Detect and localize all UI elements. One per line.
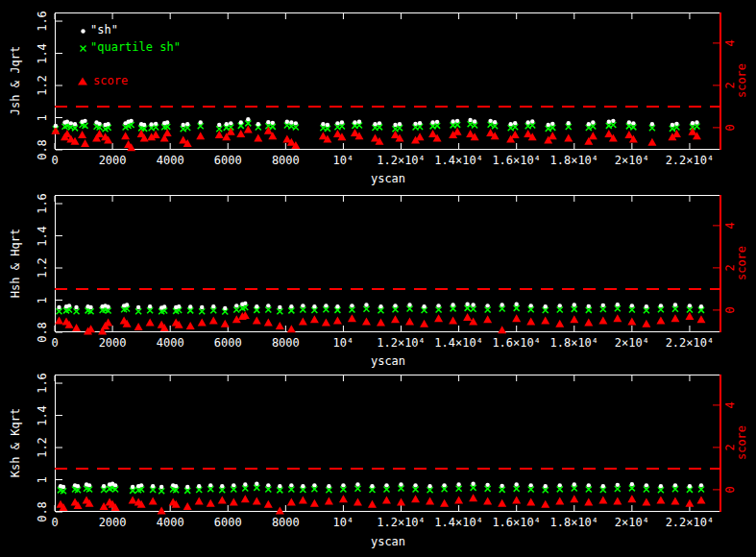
x-tick-label: 2.2×10⁴	[666, 336, 715, 350]
y-tick-label: 1.4	[36, 226, 49, 247]
x-tick-label: 2000	[99, 516, 127, 529]
plot-area-panel3	[55, 375, 721, 512]
y-tick-label: 1.4	[36, 405, 49, 426]
x-tick-label: 10⁴	[333, 336, 354, 350]
y-tick-label: 0.8	[36, 501, 49, 522]
y-tick-label: 1.6	[36, 373, 49, 394]
x-tick-label: 8000	[272, 336, 300, 350]
x-tick-label: 8000	[272, 516, 300, 529]
score-triangle-icon	[77, 76, 88, 86]
y-tick-label: 1.6	[36, 11, 49, 32]
sh-dot-icon	[79, 26, 87, 35]
y-tick-label: 1	[36, 297, 49, 303]
x-axis-title-panel1: yscan	[371, 172, 405, 185]
legend-label-sh: "sh"	[90, 24, 118, 36]
x-tick-label: 1.6×10⁴	[492, 336, 541, 350]
x-tick-label: 1.8×10⁴	[549, 154, 598, 167]
plot-area-panel1	[55, 12, 721, 150]
y-tick-label: 1	[36, 476, 49, 483]
x-tick-label: 8000	[272, 154, 300, 167]
y-tick-label: 1.4	[36, 43, 49, 64]
score-tick-label: 4	[723, 39, 737, 46]
score-tick-label: 2	[723, 444, 737, 450]
x-tick-label: 2×10⁴	[615, 516, 649, 529]
x-tick-label: 1.4×10⁴	[434, 516, 483, 529]
score-tick-label: 4	[723, 222, 737, 229]
figure-canvas: Jsh & Jqrt score yscan "sh" "quartile sh…	[0, 0, 756, 557]
y-tick-label: 1.2	[36, 257, 49, 278]
x-tick-label: 2×10⁴	[615, 154, 649, 167]
x-tick-label: 1.6×10⁴	[492, 154, 541, 167]
y-axis-title-panel1: Jsh & Jqrt	[9, 46, 22, 115]
right-axis-title-panel3: score	[735, 425, 748, 460]
right-axis-title-panel1: score	[735, 63, 748, 98]
y-axis-title-panel3: Ksh & Kqrt	[9, 408, 22, 477]
x-tick-label: 1.2×10⁴	[377, 516, 426, 529]
x-axis-title-panel3: yscan	[371, 535, 405, 548]
y-tick-label: 0.8	[36, 139, 49, 160]
right-axis-title-panel2: score	[735, 246, 748, 280]
x-tick-label: 2000	[99, 336, 127, 350]
x-tick-label: 2000	[99, 154, 127, 167]
score-tick-label: 4	[723, 401, 737, 408]
legend-item-quartile: "quartile sh"	[79, 41, 181, 54]
score-tick-label: 0	[723, 306, 737, 313]
x-tick-label: 4000	[157, 154, 184, 167]
x-tick-label: 1.2×10⁴	[377, 336, 426, 350]
x-tick-label: 0	[51, 336, 58, 350]
frame	[55, 195, 721, 332]
legend-label-score: score	[93, 75, 128, 87]
score-tick-label: 0	[723, 124, 737, 131]
x-tick-label: 6000	[214, 516, 242, 529]
x-tick-label: 1.8×10⁴	[549, 336, 598, 350]
x-tick-label: 1.4×10⁴	[434, 154, 483, 167]
score-points	[55, 311, 705, 335]
y-tick-label: 0.8	[36, 322, 49, 343]
x-tick-label: 2.2×10⁴	[666, 154, 715, 167]
y-tick-label: 1.2	[36, 437, 49, 458]
x-tick-label: 4000	[157, 516, 184, 529]
legend-label-quartile: "quartile sh"	[90, 41, 181, 54]
y-tick-label: 1.6	[36, 193, 49, 214]
x-tick-label: 0	[51, 154, 58, 167]
x-tick-label: 6000	[214, 154, 242, 167]
x-tick-label: 6000	[214, 336, 242, 350]
legend-item-score: score	[77, 75, 128, 87]
score-tick-label: 2	[723, 264, 737, 271]
x-tick-label: 1.8×10⁴	[549, 516, 598, 529]
axis-ticks	[55, 196, 719, 332]
x-tick-label: 1.4×10⁴	[434, 336, 483, 350]
legend-item-sh: "sh"	[79, 24, 118, 36]
y-axis-title-panel2: Hsh & Hqrt	[9, 229, 22, 298]
x-tick-label: 10⁴	[333, 154, 354, 167]
x-tick-label: 0	[51, 516, 58, 529]
y-tick-label: 1	[36, 114, 49, 121]
x-tick-label: 4000	[157, 336, 184, 350]
score-tick-label: 0	[723, 486, 737, 493]
quartile-x-icon	[79, 43, 87, 52]
x-axis-title-panel2: yscan	[371, 354, 405, 368]
quartile-points	[53, 120, 700, 132]
score-tick-label: 2	[723, 82, 737, 88]
y-tick-label: 1.2	[36, 75, 49, 96]
x-tick-label: 10⁴	[333, 516, 354, 529]
x-tick-label: 2×10⁴	[615, 336, 649, 350]
plot-area-panel2	[55, 195, 721, 332]
x-tick-label: 1.6×10⁴	[492, 516, 541, 529]
x-tick-label: 2.2×10⁴	[666, 516, 715, 529]
x-tick-label: 1.2×10⁴	[377, 154, 426, 167]
